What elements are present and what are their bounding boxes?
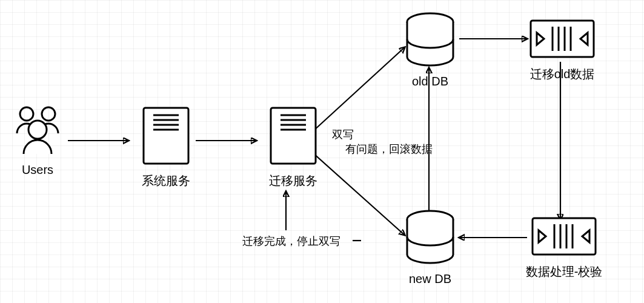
node-data-process-verify-label: 数据处理-校验 — [525, 264, 603, 280]
svg-point-12 — [28, 121, 47, 139]
node-users: Users — [7, 103, 68, 177]
node-migration-service: 迁移服务 — [263, 107, 324, 189]
node-users-label: Users — [7, 163, 68, 177]
database-icon — [404, 12, 456, 70]
node-new-db: new DB — [400, 210, 460, 286]
queue-icon — [529, 19, 595, 61]
svg-line-3 — [313, 153, 405, 235]
svg-rect-25 — [531, 21, 594, 57]
svg-line-2 — [313, 47, 405, 132]
node-system-service-label: 系统服务 — [136, 173, 196, 189]
svg-point-10 — [20, 107, 33, 121]
node-new-db-label: new DB — [400, 272, 460, 286]
node-migrate-old-data: 迁移old数据 — [526, 19, 599, 82]
diagram-stage: Users 系统服务 迁移服务 — [0, 0, 644, 303]
node-system-service: 系统服务 — [136, 107, 196, 189]
queue-icon — [531, 217, 597, 259]
node-migration-service-label: 迁移服务 — [263, 173, 324, 189]
server-icon — [142, 107, 190, 168]
server-icon — [270, 107, 317, 168]
node-migrate-old-data-label: 迁移old数据 — [526, 66, 599, 82]
edge-label-rollback: 有问题，回滚数据 — [345, 142, 433, 156]
database-icon — [404, 210, 456, 267]
edge-label-dual-write: 双写 — [332, 127, 354, 142]
node-old-db-label: old DB — [400, 75, 460, 88]
edge-label-stop-dual-write: 迁移完成，停止双写 — [242, 234, 340, 248]
users-icon — [10, 103, 65, 158]
svg-point-11 — [42, 107, 55, 121]
node-old-db: old DB — [400, 12, 460, 88]
svg-rect-18 — [271, 108, 316, 164]
node-data-process-verify: 数据处理-校验 — [525, 217, 603, 280]
svg-rect-13 — [144, 108, 188, 164]
svg-rect-30 — [533, 218, 596, 255]
